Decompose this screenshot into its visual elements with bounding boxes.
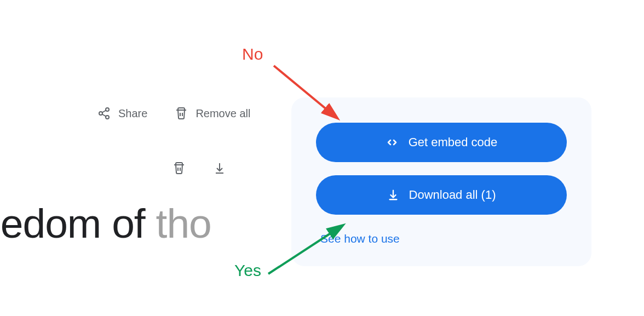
display-main: eedom of	[0, 200, 156, 246]
embed-label: Get embed code	[409, 135, 498, 150]
download-all-button[interactable]: Download all (1)	[316, 175, 567, 215]
annotation-no: No	[242, 45, 263, 64]
item-download-icon[interactable]	[213, 162, 226, 175]
download-icon	[387, 189, 399, 201]
display-fade: tho	[156, 200, 211, 246]
share-label: Share	[118, 107, 147, 120]
display-text: eedom of tho	[0, 200, 211, 247]
see-how-to-use-link[interactable]: See how to use	[316, 232, 567, 245]
item-trash-icon[interactable]	[173, 162, 186, 175]
svg-point-1	[99, 112, 102, 115]
remove-all-label: Remove all	[196, 107, 250, 120]
download-label: Download all (1)	[409, 188, 496, 202]
svg-point-2	[106, 116, 109, 119]
item-action-row	[173, 162, 226, 175]
get-embed-code-button[interactable]: Get embed code	[316, 123, 567, 162]
code-icon	[386, 136, 399, 149]
remove-all-button[interactable]: Remove all	[175, 107, 250, 120]
toolbar: Share Remove all	[97, 107, 250, 120]
action-panel: Get embed code Download all (1) See how …	[291, 97, 591, 266]
trash-icon	[175, 107, 188, 120]
share-icon	[97, 107, 111, 120]
annotation-yes: Yes	[234, 261, 261, 280]
svg-line-3	[102, 114, 106, 117]
svg-line-4	[102, 111, 106, 113]
svg-point-0	[106, 108, 109, 111]
share-button[interactable]: Share	[97, 107, 147, 120]
